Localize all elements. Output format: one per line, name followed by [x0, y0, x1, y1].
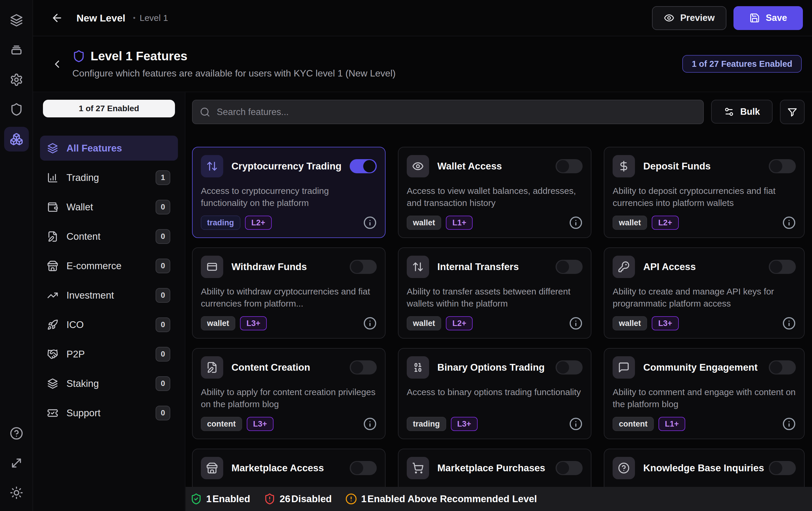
- sidebar-item-label: ICO: [66, 319, 155, 330]
- feature-tags: walletL1+: [407, 216, 569, 230]
- rail-item-boxes[interactable]: [4, 127, 29, 151]
- save-button[interactable]: Save: [733, 6, 803, 30]
- features-title: Level 1 Features: [91, 49, 187, 63]
- feature-toggle[interactable]: [555, 360, 583, 374]
- category-tag: content: [613, 417, 654, 431]
- info-icon[interactable]: [363, 417, 377, 431]
- feature-card-cryptocurrency-trading[interactable]: Cryptocurrency TradingAccess to cryptocu…: [192, 147, 385, 238]
- sidebar-item-staking[interactable]: Staking0: [40, 371, 178, 396]
- bulk-label: Bulk: [740, 107, 760, 117]
- status-item-disabled: 26Disabled: [264, 493, 332, 505]
- category-count-badge: 0: [155, 259, 170, 273]
- info-icon[interactable]: [782, 316, 796, 330]
- layers-icon: [47, 378, 59, 389]
- feature-card-content-creation[interactable]: Content CreationAbility to apply for con…: [192, 348, 385, 439]
- feature-toggle[interactable]: [555, 159, 583, 173]
- info-icon[interactable]: [363, 216, 377, 229]
- breadcrumb: • Level 1: [133, 13, 168, 23]
- feature-toggle[interactable]: [769, 260, 796, 274]
- help-circle-icon: [10, 427, 23, 440]
- bulk-button[interactable]: Bulk: [711, 100, 773, 123]
- feature-card-binary-options-trading[interactable]: Binary Options TradingAccess to binary o…: [398, 348, 591, 439]
- sidebar-item-p2p[interactable]: P2P0: [40, 342, 178, 367]
- category-count-badge: 0: [155, 317, 170, 332]
- toggle-knob: [363, 160, 376, 172]
- feature-toggle[interactable]: [555, 260, 583, 274]
- feature-toggle[interactable]: [350, 461, 377, 475]
- feature-tags: walletL3+: [613, 316, 782, 330]
- toolbar: Bulk: [192, 100, 805, 124]
- shield-check-icon: [190, 493, 202, 505]
- back-button[interactable]: [48, 8, 66, 27]
- rail-item-help-circle[interactable]: [4, 421, 29, 446]
- feature-toggle[interactable]: [350, 159, 377, 173]
- sidebar-item-ico[interactable]: ICO0: [40, 312, 178, 337]
- toggle-knob: [351, 261, 363, 273]
- info-icon[interactable]: [782, 216, 796, 229]
- sidebar-item-all-features[interactable]: All Features: [40, 136, 178, 161]
- collapse-back-button[interactable]: [48, 55, 66, 74]
- save-label: Save: [766, 13, 787, 23]
- feature-toggle[interactable]: [350, 360, 377, 374]
- sidebar-item-investment[interactable]: Investment0: [40, 283, 178, 308]
- preview-button[interactable]: Preview: [652, 6, 726, 30]
- info-icon[interactable]: [569, 216, 583, 229]
- feature-tags: contentL1+: [613, 417, 782, 431]
- toggle-knob: [770, 160, 782, 172]
- category-count-badge: 0: [155, 376, 170, 391]
- feature-toggle[interactable]: [769, 461, 796, 475]
- category-count-badge: 0: [155, 229, 170, 244]
- search-input[interactable]: [217, 107, 696, 117]
- feature-card-api-access[interactable]: API AccessAbility to create and manage A…: [604, 248, 805, 339]
- key-icon: [613, 256, 635, 278]
- info-icon[interactable]: [569, 316, 583, 330]
- feature-toggle[interactable]: [555, 461, 583, 475]
- feature-toggle[interactable]: [350, 260, 377, 274]
- feature-title: Internal Transfers: [437, 261, 551, 273]
- feature-card-community-engagement[interactable]: Community EngagementAbility to comment a…: [604, 348, 805, 439]
- sidebar-item-e-commerce[interactable]: E-commerce0: [40, 253, 178, 278]
- toggle-knob: [770, 261, 782, 273]
- rail-item-sun[interactable]: [4, 480, 29, 505]
- page-title: New Level: [77, 12, 125, 24]
- layers-icon: [10, 13, 23, 27]
- feature-card-internal-transfers[interactable]: Internal TransfersAbility to transfer as…: [398, 248, 591, 339]
- feature-toggle[interactable]: [769, 159, 796, 173]
- feature-card-wallet-access[interactable]: Wallet AccessAccess to view wallet balan…: [398, 147, 591, 238]
- rail-item-archive[interactable]: [4, 38, 29, 62]
- feature-title: Wallet Access: [437, 161, 551, 172]
- rail-item-expand[interactable]: [4, 451, 29, 475]
- sidebar-item-support[interactable]: Support0: [40, 400, 178, 425]
- info-icon[interactable]: [363, 316, 377, 330]
- page-header-main: Level 1 Features Configure which feature…: [72, 49, 396, 79]
- level-tag: L1+: [446, 216, 473, 230]
- feature-card-withdraw-funds[interactable]: Withdraw FundsAbility to withdraw crypto…: [192, 248, 385, 339]
- sidebar-item-wallet[interactable]: Wallet0: [40, 195, 178, 220]
- filter-icon: [787, 107, 798, 117]
- feature-tags: tradingL2+: [201, 216, 363, 230]
- rail-item-shield[interactable]: [4, 97, 29, 122]
- feature-description: Ability to create and manage API keys fo…: [613, 286, 796, 310]
- status-item-enabled: 1Enabled: [190, 493, 250, 505]
- info-icon[interactable]: [569, 417, 583, 431]
- level-tag: L3+: [451, 417, 477, 431]
- toggle-knob: [351, 361, 363, 374]
- rail-item-settings[interactable]: [4, 67, 29, 92]
- help-circle-icon: [613, 457, 635, 479]
- sidebar-item-trading[interactable]: Trading1: [40, 165, 178, 190]
- chevron-left-icon: [51, 58, 63, 70]
- status-count: 26: [280, 493, 291, 504]
- sliders-icon: [724, 107, 734, 117]
- info-icon[interactable]: [782, 417, 796, 431]
- category-tag: trading: [201, 216, 240, 230]
- feature-toggle[interactable]: [769, 360, 796, 374]
- rail-item-layers[interactable]: [4, 8, 29, 33]
- search-bar[interactable]: [192, 100, 704, 124]
- filter-button[interactable]: [780, 100, 805, 124]
- message-square-icon: [613, 356, 635, 379]
- feature-tags: walletL2+: [613, 216, 782, 230]
- toggle-knob: [557, 462, 569, 474]
- feature-card-deposit-funds[interactable]: Deposit FundsAbility to deposit cryptocu…: [604, 147, 805, 238]
- sidebar-item-content[interactable]: Content0: [40, 224, 178, 249]
- feature-title: Knowledge Base Inquiries: [643, 462, 764, 474]
